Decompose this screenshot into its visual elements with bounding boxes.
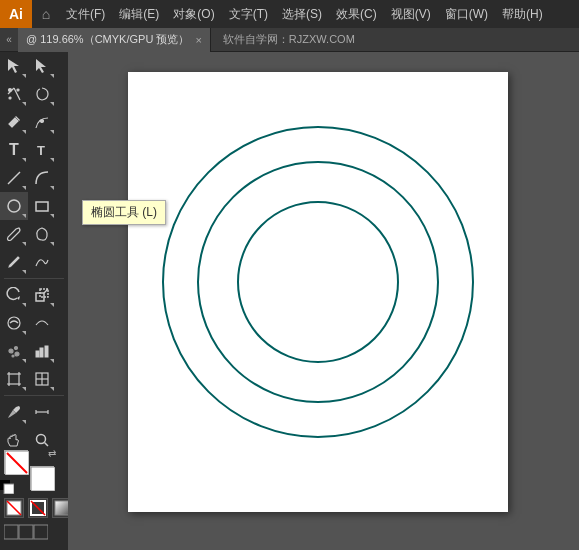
rotate-tool[interactable] — [0, 281, 28, 309]
selection-tool[interactable] — [0, 52, 28, 80]
tab-close-button[interactable]: × — [195, 34, 201, 46]
tool-row-7 — [0, 248, 68, 276]
canvas-area: 椭圆工具 (L) — [68, 52, 579, 550]
tool-row-2 — [0, 108, 68, 136]
svg-rect-42 — [34, 470, 52, 488]
scale-tool[interactable] — [28, 281, 56, 309]
warp-tool[interactable] — [0, 309, 28, 337]
artboard — [128, 72, 508, 512]
home-icon-btn[interactable]: ⌂ — [32, 0, 60, 28]
blob-brush-tool[interactable] — [28, 220, 56, 248]
pencil-tool[interactable] — [0, 248, 28, 276]
menu-select[interactable]: 选择(S) — [276, 2, 328, 27]
svg-rect-22 — [40, 348, 43, 357]
menu-window[interactable]: 窗口(W) — [439, 2, 494, 27]
bottom-icon-row-1 — [4, 498, 68, 518]
svg-rect-21 — [36, 351, 39, 357]
menu-file[interactable]: 文件(F) — [60, 2, 111, 27]
type-tool[interactable]: T — [0, 136, 28, 164]
menu-items: 文件(F) 编辑(E) 对象(O) 文字(T) 选择(S) 效果(C) 视图(V… — [60, 2, 549, 27]
svg-rect-11 — [36, 202, 48, 211]
svg-point-56 — [198, 162, 438, 402]
svg-point-4 — [9, 89, 12, 92]
menu-view[interactable]: 视图(V) — [385, 2, 437, 27]
menu-text[interactable]: 文字(T) — [223, 2, 274, 27]
svg-rect-54 — [34, 525, 48, 539]
menu-effect[interactable]: 效果(C) — [330, 2, 383, 27]
circles-drawing — [128, 72, 508, 512]
fill-swatch[interactable] — [4, 450, 28, 474]
svg-line-9 — [8, 172, 20, 184]
bottom-icon-row-2 — [4, 522, 68, 542]
svg-marker-12 — [17, 296, 20, 300]
tab-label: @ 119.66%（CMYK/GPU 预览） — [26, 32, 189, 47]
stroke-swatch[interactable] — [30, 466, 54, 490]
svg-point-20 — [12, 355, 14, 357]
svg-marker-1 — [36, 59, 46, 73]
tab-bar: « @ 119.66%（CMYK/GPU 预览） × 软件自学网：RJZXW.C… — [0, 28, 579, 52]
graph-tool[interactable] — [28, 337, 56, 365]
svg-rect-53 — [19, 525, 33, 539]
tool-row-10 — [0, 337, 68, 365]
svg-point-7 — [41, 120, 44, 123]
line-tool[interactable] — [0, 164, 28, 192]
tool-row-0 — [0, 52, 68, 80]
reshape-tool[interactable] — [28, 309, 56, 337]
svg-point-19 — [15, 352, 19, 356]
left-toolbar: T T — [0, 52, 68, 550]
svg-point-57 — [238, 202, 398, 362]
tool-row-12 — [0, 398, 68, 426]
magic-wand-tool[interactable] — [0, 80, 28, 108]
tool-row-3: T T — [0, 136, 68, 164]
menu-edit[interactable]: 编辑(E) — [113, 2, 165, 27]
paintbrush-tool[interactable] — [0, 220, 28, 248]
svg-rect-52 — [4, 525, 18, 539]
svg-text:T: T — [37, 143, 45, 158]
svg-rect-51 — [55, 501, 68, 515]
measure-tool[interactable] — [28, 398, 56, 426]
gradient-button[interactable] — [52, 498, 68, 518]
menu-help[interactable]: 帮助(H) — [496, 2, 549, 27]
color-area: ⇄ — [4, 450, 64, 490]
change-screen-mode-button[interactable] — [4, 522, 48, 542]
svg-rect-46 — [4, 484, 14, 494]
svg-point-39 — [37, 435, 46, 444]
tooltip: 椭圆工具 (L) — [82, 200, 166, 225]
arc-tool[interactable] — [28, 164, 56, 192]
slice-tool[interactable] — [28, 365, 56, 393]
svg-rect-24 — [9, 374, 19, 384]
active-tab[interactable]: @ 119.66%（CMYK/GPU 预览） × — [18, 28, 211, 52]
ellipse-tool[interactable] — [0, 192, 28, 220]
curvature-tool[interactable] — [28, 108, 56, 136]
ai-logo: Ai — [0, 0, 32, 28]
collapse-button[interactable]: « — [0, 28, 18, 52]
default-colors-button[interactable] — [0, 480, 14, 494]
svg-point-16 — [8, 317, 20, 329]
symbol-tool[interactable] — [0, 337, 28, 365]
svg-marker-0 — [8, 59, 19, 73]
tool-row-5 — [0, 192, 68, 220]
pen-tool[interactable] — [0, 108, 28, 136]
direct-selection-tool[interactable] — [28, 52, 56, 80]
menu-object[interactable]: 对象(O) — [167, 2, 220, 27]
tool-row-11 — [0, 365, 68, 393]
svg-line-40 — [45, 443, 49, 447]
artboard-tool[interactable] — [0, 365, 28, 393]
svg-rect-23 — [45, 346, 48, 357]
tool-row-8 — [0, 281, 68, 309]
svg-point-17 — [9, 349, 13, 353]
svg-point-18 — [15, 347, 18, 350]
toolbar-separator-2 — [4, 395, 64, 396]
svg-point-10 — [8, 200, 20, 212]
smooth-tool[interactable] — [28, 248, 56, 276]
tool-row-4 — [0, 164, 68, 192]
vertical-type-tool[interactable]: T — [28, 136, 56, 164]
menu-bar: Ai ⌂ 文件(F) 编辑(E) 对象(O) 文字(T) 选择(S) 效果(C)… — [0, 0, 579, 28]
fill-color-button[interactable] — [4, 498, 24, 518]
lasso-tool[interactable] — [28, 80, 56, 108]
rectangle-tool[interactable] — [28, 192, 56, 220]
eyedropper-tool[interactable] — [0, 398, 28, 426]
swap-colors-button[interactable]: ⇄ — [48, 448, 56, 459]
tool-row-9 — [0, 309, 68, 337]
stroke-color-button[interactable] — [28, 498, 48, 518]
